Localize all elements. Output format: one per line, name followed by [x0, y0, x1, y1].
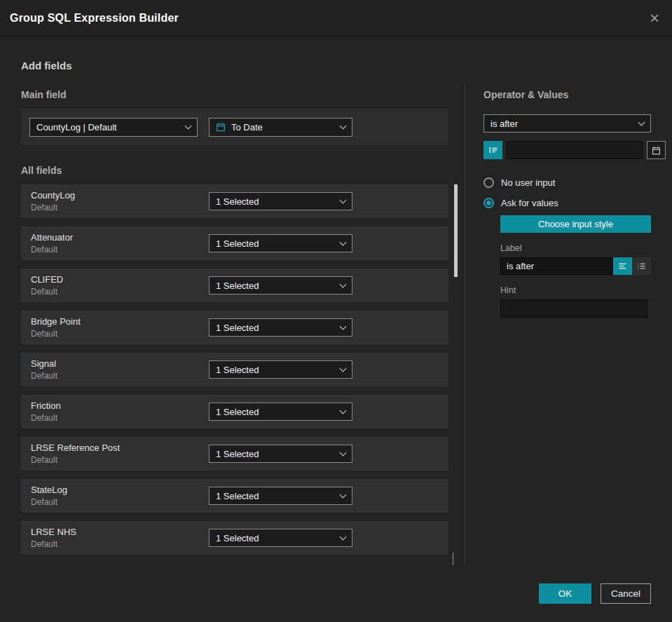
field-value-toggle-button[interactable] — [484, 141, 502, 159]
close-icon[interactable]: × — [650, 10, 659, 27]
chevron-down-icon — [340, 534, 347, 541]
operator-select[interactable]: is after — [484, 114, 651, 133]
field-selection-dropdown[interactable]: 1 Selected — [209, 529, 352, 547]
field-row: LRSE Reference Post Default 1 Selected — [21, 437, 448, 471]
field-selection-dropdown[interactable]: 1 Selected — [209, 276, 352, 295]
main-field-panel: CountyLog | Default To Date — [21, 109, 448, 145]
main-field-label: Main field — [21, 89, 67, 100]
add-fields-heading: Add fields — [21, 60, 72, 72]
field-name: Bridge Point — [31, 316, 81, 327]
no-user-input-option: No user input — [484, 177, 651, 188]
chevron-down-icon — [340, 407, 347, 414]
field-selection-value: 1 Selected — [216, 491, 335, 501]
calendar-icon — [216, 122, 226, 132]
field-selection-value: 1 Selected — [216, 196, 335, 207]
ok-button[interactable]: OK — [539, 583, 591, 604]
dialog-header: Group SQL Expression Builder × — [0, 0, 672, 36]
field-meta: Default — [31, 245, 57, 255]
date-field-select-value: To Date — [231, 122, 335, 133]
main-field-select-value: CountyLog | Default — [36, 122, 180, 133]
chevron-down-icon — [185, 123, 192, 130]
label-input[interactable] — [500, 257, 613, 275]
all-fields-label: All fields — [21, 165, 62, 176]
chevron-down-icon — [340, 239, 347, 246]
chevron-down-icon — [638, 119, 645, 126]
list-style-button[interactable] — [632, 257, 651, 275]
field-name: CountyLog — [31, 190, 75, 201]
operator-select-value: is after — [491, 119, 633, 129]
chevron-down-icon — [340, 323, 347, 330]
scroll-down-icon[interactable] — [451, 553, 460, 561]
field-row: Friction Default 1 Selected — [21, 395, 448, 428]
field-name: LRSE Reference Post — [31, 442, 120, 453]
value-row — [484, 141, 651, 159]
cancel-button[interactable]: Cancel — [601, 583, 651, 604]
field-row: CountyLog Default 1 Selected — [21, 184, 448, 218]
field-meta: Default — [31, 287, 57, 297]
chevron-down-icon — [340, 197, 347, 204]
field-selection-value: 1 Selected — [216, 280, 335, 291]
field-row: StateLog Default 1 Selected — [21, 479, 448, 513]
calendar-picker-button[interactable] — [647, 141, 666, 159]
field-name: CLIFED — [31, 274, 63, 285]
hint-caption: Hint — [500, 285, 651, 295]
dialog-title: Group SQL Expression Builder — [10, 12, 179, 25]
field-meta: Default — [31, 371, 57, 381]
field-selection-dropdown[interactable]: 1 Selected — [209, 360, 352, 379]
field-row: Attenuator Default 1 Selected — [21, 227, 448, 260]
field-name: LRSE NHS — [31, 527, 76, 537]
group-sql-expression-builder-dialog: Group SQL Expression Builder × Add field… — [0, 0, 672, 622]
field-name: Friction — [31, 400, 61, 411]
field-selection-value: 1 Selected — [216, 323, 335, 333]
date-field-select[interactable]: To Date — [209, 118, 352, 137]
vertical-divider — [465, 84, 465, 564]
field-name: Attenuator — [31, 232, 73, 243]
field-meta: Default — [31, 455, 57, 465]
field-name: StateLog — [31, 485, 67, 495]
operator-values-heading: Operator & Values — [484, 89, 651, 100]
field-selection-value: 1 Selected — [216, 449, 335, 459]
chevron-down-icon — [340, 449, 347, 457]
chevron-down-icon — [340, 281, 347, 288]
field-selection-value: 1 Selected — [216, 407, 335, 417]
field-row: CLIFED Default 1 Selected — [21, 269, 448, 302]
field-selection-value: 1 Selected — [216, 533, 335, 543]
hint-input[interactable] — [500, 299, 647, 318]
field-meta: Default — [31, 539, 57, 549]
field-meta: Default — [31, 413, 57, 423]
label-caption: Label — [500, 243, 651, 253]
field-row: Signal Default 1 Selected — [21, 353, 448, 386]
field-row: LRSE NHS Default 1 Selected — [21, 521, 448, 555]
no-user-input-label: No user input — [501, 177, 555, 188]
scrollbar-thumb[interactable] — [454, 184, 458, 277]
field-selection-dropdown[interactable]: 1 Selected — [209, 403, 352, 421]
main-field-select[interactable]: CountyLog | Default — [29, 118, 198, 137]
dialog-footer: OK Cancel — [539, 583, 651, 604]
field-row: Bridge Point Default 1 Selected — [21, 311, 448, 344]
ask-for-values-option: Ask for values — [484, 198, 651, 208]
chevron-down-icon — [340, 123, 347, 130]
chevron-down-icon — [340, 365, 347, 372]
field-meta: Default — [31, 329, 57, 339]
field-selection-dropdown[interactable]: 1 Selected — [209, 318, 352, 337]
field-selection-dropdown[interactable]: 1 Selected — [209, 192, 352, 210]
single-line-style-button[interactable] — [613, 257, 632, 275]
label-input-row — [500, 257, 651, 275]
field-selection-dropdown[interactable]: 1 Selected — [209, 445, 352, 463]
choose-input-style-button[interactable]: Choose input style — [500, 215, 651, 233]
radio-unselected-icon[interactable] — [484, 177, 494, 188]
field-selection-value: 1 Selected — [216, 365, 335, 375]
field-selection-dropdown[interactable]: 1 Selected — [209, 234, 352, 252]
chevron-down-icon — [340, 492, 347, 499]
field-meta: Default — [31, 497, 57, 507]
field-selection-dropdown[interactable]: 1 Selected — [209, 487, 352, 505]
field-meta: Default — [31, 203, 57, 212]
ask-for-values-label: Ask for values — [501, 198, 558, 208]
all-fields-list: CountyLog Default 1 Selected Attenuator … — [21, 184, 448, 563]
value-input[interactable] — [507, 141, 643, 159]
radio-selected-icon[interactable] — [484, 198, 494, 208]
field-name: Signal — [31, 358, 56, 369]
field-selection-value: 1 Selected — [216, 238, 335, 249]
operator-values-panel: Operator & Values is after — [484, 89, 651, 318]
